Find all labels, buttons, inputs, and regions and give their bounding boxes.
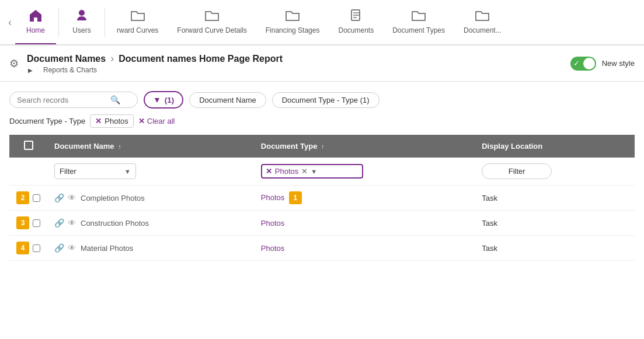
document-name-filter[interactable]: Document Name	[189, 92, 266, 108]
toggle-circle	[583, 58, 595, 69]
nav-docs-label: Documents	[338, 26, 374, 34]
doc-type-filter-tag-input[interactable]: ✕ Photos ✕ ▼	[261, 164, 363, 179]
tag-chevron-icon[interactable]: ▼	[311, 168, 317, 175]
row-3-checkbox[interactable]	[33, 219, 40, 227]
filter-dropdown-label: Filter	[60, 167, 76, 176]
doc-name-sort-icon[interactable]: ↑	[118, 143, 121, 150]
row-2-num-cell: 2	[16, 191, 40, 204]
table-filter-row: Filter ▼ ✕ Photos ✕ ▼ Filter	[9, 158, 635, 186]
row-3-location: Task	[475, 211, 635, 236]
filter-dropdown-chevron: ▼	[124, 168, 131, 175]
main-content: 🔍 ▼ (1) Document Name Document Type - Ty…	[0, 82, 644, 339]
table-row: 3 🔗 👁 Construction Photos Photos	[9, 211, 635, 236]
display-location-filter-btn[interactable]: Filter	[482, 163, 552, 179]
row-2-doc-type[interactable]: Photos	[261, 193, 284, 202]
document-type-filter[interactable]: Document Type - Type (1)	[272, 92, 380, 108]
filter-count: (1)	[165, 96, 174, 104]
filter-tag-text: Photos	[105, 117, 128, 125]
nav-financing-label: Financing Stages	[266, 26, 320, 34]
breadcrumb-sub-arrow: ▶	[28, 67, 33, 74]
select-all-checkbox[interactable]	[24, 141, 33, 150]
row-4-icons: 🔗 👁	[54, 243, 76, 253]
link-icon-3[interactable]: 🔗	[54, 218, 64, 228]
eye-icon-4[interactable]: 👁	[68, 243, 76, 253]
nav-divider-2	[105, 8, 105, 37]
nav-item-document-names[interactable]: Document...	[454, 0, 511, 45]
new-style-toggle[interactable]: ✓	[570, 57, 596, 71]
clear-all-button[interactable]: ✕ Clear all	[138, 117, 175, 125]
row-2-badge: 1	[289, 191, 302, 204]
row-2-number: 2	[16, 191, 29, 204]
link-icon[interactable]: 🔗	[54, 193, 64, 202]
nav-item-forward-curve-details[interactable]: Forward Curve Details	[168, 0, 256, 45]
row-4-checkbox[interactable]	[33, 244, 40, 252]
row-4-location: Task	[475, 236, 635, 261]
nav-divider	[58, 8, 59, 37]
users-icon	[75, 9, 89, 25]
breadcrumb-sub-label: Reports & Charts	[43, 66, 97, 74]
active-filter-tag: ✕ Photos	[90, 114, 133, 128]
tag-clear-icon[interactable]: ✕	[301, 167, 308, 176]
folder-icon-2	[204, 9, 220, 25]
nav-item-users[interactable]: Users	[61, 0, 102, 45]
nav-back-arrow[interactable]: ‹	[5, 16, 15, 29]
nav-item-financing-stages[interactable]: Financing Stages	[256, 0, 329, 45]
row-3-doc-name: Construction Photos	[81, 219, 149, 228]
filter-button[interactable]: ▼ (1)	[144, 91, 183, 109]
breadcrumb-sep: ›	[110, 53, 114, 65]
search-input[interactable]	[17, 96, 110, 104]
doc-type-sort-icon[interactable]: ↑	[321, 143, 325, 150]
gear-icon[interactable]: ⚙	[9, 57, 19, 70]
table-header-row: Document Name ↑ Document Type ↑ Display …	[9, 135, 635, 158]
row-4-doc-name: Material Photos	[81, 244, 133, 253]
tag-remove-icon[interactable]: ✕	[266, 167, 272, 176]
clear-all-label: Clear all	[147, 117, 175, 125]
link-icon-4[interactable]: 🔗	[54, 243, 64, 253]
new-style-label: New style	[602, 59, 635, 68]
row-3-icons: 🔗 👁	[54, 218, 76, 228]
breadcrumb-right: ✓ New style	[570, 57, 635, 71]
nav-doc-types-label: Document Types	[392, 26, 445, 34]
clear-all-x-icon: ✕	[138, 117, 145, 125]
nav-item-forward-curves[interactable]: rward Curves	[107, 0, 168, 45]
row-4-doc-type[interactable]: Photos	[261, 244, 284, 253]
row-2-location: Task	[475, 186, 635, 211]
breadcrumb-module: Document Names	[27, 54, 106, 64]
doc-icon	[350, 9, 363, 25]
nav-users-label: Users	[72, 26, 90, 34]
nav-item-home[interactable]: Home	[15, 0, 56, 45]
folder-icon-5	[475, 9, 490, 25]
row-2-doc-name: Completion Photos	[81, 194, 145, 202]
svg-point-0	[79, 10, 85, 16]
row-4-number: 4	[16, 242, 29, 254]
row-3-num-cell: 3	[16, 216, 40, 229]
nav-item-documents[interactable]: Documents	[329, 0, 383, 45]
remove-filter-tag[interactable]: ✕	[95, 117, 102, 125]
tag-value: Photos	[275, 167, 298, 176]
nav-item-document-types[interactable]: Document Types	[383, 0, 454, 45]
header-checkbox-col	[9, 135, 47, 158]
table-row: 2 🔗 👁 Completion Photos Photos	[9, 186, 635, 211]
header-doc-type-label: Document Type	[261, 142, 318, 151]
breadcrumb-bar: ⚙ Document Names › Document names Home P…	[0, 46, 644, 82]
top-nav: ‹ Home Users rward Curves Forward Curve …	[0, 0, 644, 46]
doc-name-filter-dropdown[interactable]: Filter ▼	[54, 163, 136, 179]
active-filter-label: Document Type - Type	[9, 117, 85, 125]
row-3-doc-type[interactable]: Photos	[261, 219, 284, 228]
header-display-location: Display Location	[475, 135, 635, 158]
eye-icon-3[interactable]: 👁	[68, 218, 76, 228]
table-row: 4 🔗 👁 Material Photos Photos	[9, 236, 635, 261]
search-icon: 🔍	[110, 95, 120, 104]
row-4-num-cell: 4	[16, 242, 40, 254]
filter-bar: 🔍 ▼ (1) Document Name Document Type - Ty…	[9, 91, 635, 109]
nav-doc-names-label: Document...	[464, 26, 502, 34]
active-filters: Document Type - Type ✕ Photos ✕ Clear al…	[9, 114, 635, 128]
breadcrumb-page: Document names Home Page Report	[119, 54, 283, 64]
row-2-checkbox[interactable]	[33, 194, 40, 202]
header-doc-name-label: Document Name	[54, 142, 114, 151]
data-table: Document Name ↑ Document Type ↑ Display …	[9, 135, 635, 261]
search-wrapper: 🔍	[9, 92, 138, 108]
nav-fwd-curves-label: rward Curves	[117, 26, 158, 34]
header-doc-name: Document Name ↑	[47, 135, 254, 158]
eye-icon[interactable]: 👁	[68, 193, 76, 202]
